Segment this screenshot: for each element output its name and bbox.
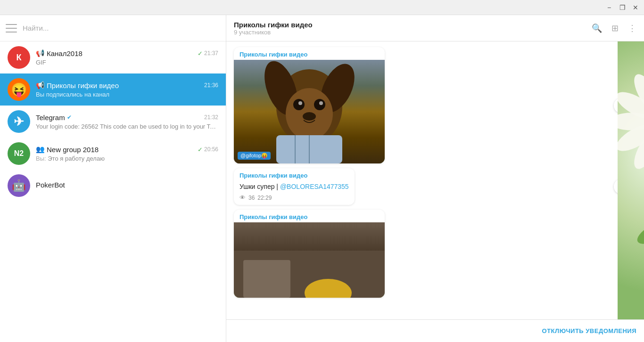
svg-point-8 <box>319 101 323 105</box>
chat-name-row: 📢 Приколы гифки видео 21:36 <box>36 81 218 90</box>
chat-header-subtitle: 9 участников <box>234 29 313 36</box>
message-link[interactable]: @BOLORESA1477355 <box>280 183 349 190</box>
svg-point-9 <box>303 112 316 121</box>
sidebar: К 📢 Канал2018 ✓ 21:37 GIF <box>0 15 226 342</box>
chat-item-kanal2018[interactable]: К 📢 Канал2018 ✓ 21:37 GIF <box>0 41 226 73</box>
chat-header-name: Приколы гифки видео <box>234 21 313 29</box>
chat-preview: Вы подписались на канал <box>36 91 218 98</box>
message-row: Приколы гифки видео <box>234 210 610 298</box>
chat-content: 👥 New group 2018 ✓ 20:56 Вы: Это я работ… <box>36 145 218 162</box>
app-container: К 📢 Канал2018 ✓ 21:37 GIF <box>0 15 644 342</box>
sidebar-header <box>0 15 226 41</box>
search-input[interactable] <box>23 24 220 32</box>
view-count: 36 <box>248 195 255 201</box>
message-card: Приколы гифки видео <box>234 47 385 163</box>
message-row: Приколы гифки видео <box>234 47 610 163</box>
megaphone-icon: 📢 <box>36 81 45 90</box>
chat-header-actions: 🔍 ⊞ ⋮ <box>592 23 636 33</box>
verified-icon: ✔ <box>67 114 72 121</box>
forward-button[interactable]: ↩ <box>614 98 618 113</box>
chat-content: 📢 Канал2018 ✓ 21:37 GIF <box>36 49 218 66</box>
chat-content: Telegram ✔ 21:32 Your login code: 26562 … <box>36 114 218 130</box>
chat-name: 👥 New group 2018 <box>36 145 99 154</box>
avatar: К <box>8 46 30 69</box>
close-button[interactable]: ✕ <box>631 3 640 12</box>
messages-decoration <box>618 41 644 319</box>
svg-point-6 <box>314 99 325 110</box>
chat-time: 21:36 <box>204 82 218 89</box>
chat-list: К 📢 Канал2018 ✓ 21:37 GIF <box>0 41 226 342</box>
group-icon: 👥 <box>36 145 45 154</box>
chat-name: 📢 Приколы гифки видео <box>36 81 119 90</box>
chat-name-row: 📢 Канал2018 ✓ 21:37 <box>36 49 218 57</box>
megaphone-icon: 📢 <box>36 49 45 57</box>
chat-bottom-bar: ОТКЛЮЧИТЬ УВЕДОМЛЕНИЯ <box>226 319 644 342</box>
hamburger-menu[interactable] <box>6 23 17 34</box>
checkmark-icon: ✓ <box>198 50 203 57</box>
chat-preview: Вы: Это я работу делаю <box>36 155 218 162</box>
chat-name: PokerBot <box>36 181 65 189</box>
columns-icon[interactable]: ⊞ <box>611 23 619 33</box>
message-card-bottom: Приколы гифки видео <box>234 210 385 298</box>
message-meta: 👁 36 22:29 <box>234 191 355 205</box>
title-bar: − ❐ ✕ <box>0 0 644 15</box>
svg-rect-15 <box>243 260 290 298</box>
maximize-button[interactable]: ❐ <box>618 3 627 12</box>
chat-item-newgroup[interactable]: N2 👥 New group 2018 ✓ 20:56 Вы: Это я <box>0 138 226 170</box>
eye-icon: 👁 <box>239 194 246 201</box>
chat-panel: Приколы гифки видео 9 участников 🔍 ⊞ ⋮ П… <box>226 15 644 342</box>
chat-header: Приколы гифки видео 9 участников 🔍 ⊞ ⋮ <box>226 15 644 41</box>
messages-left: Приколы гифки видео <box>226 41 618 319</box>
chat-item-pokerbot[interactable]: 🤖 PokerBot <box>0 170 226 202</box>
chat-content: 📢 Приколы гифки видео 21:36 Вы подписали… <box>36 81 218 98</box>
message-image: @gifotop😝 <box>234 60 385 163</box>
chat-time: 20:56 <box>204 146 218 153</box>
message-text: Ушки супер | @BOLORESA1477355 <box>234 181 355 191</box>
avatar: 😝 <box>8 78 30 101</box>
chat-header-info: Приколы гифки видео 9 участников <box>234 21 313 36</box>
message-image-bottom <box>234 222 385 298</box>
checkmark-icon: ✓ <box>198 146 203 153</box>
message-sender: Приколы гифки видео <box>234 168 355 181</box>
message-card: Приколы гифки видео Ушки супер | @BOLORE… <box>234 168 355 205</box>
chat-item-prikoly[interactable]: 😝 📢 Приколы гифки видео 21:36 Вы подписа… <box>0 73 226 106</box>
chat-name-row: Telegram ✔ 21:32 <box>36 114 218 122</box>
chat-name: Telegram ✔ <box>36 114 72 122</box>
messages-area: Приколы гифки видео <box>226 41 644 319</box>
chat-name-row: 👥 New group 2018 ✓ 20:56 <box>36 145 218 154</box>
message-row: Приколы гифки видео Ушки супер | @BOLORE… <box>234 168 610 205</box>
avatar: N2 <box>8 142 30 165</box>
message-sender: Приколы гифки видео <box>234 210 385 222</box>
chat-content: PokerBot <box>36 181 218 190</box>
svg-point-7 <box>298 101 302 105</box>
chat-name-row: PokerBot <box>36 181 218 189</box>
chat-time: 21:37 <box>204 50 218 57</box>
preview-prefix: Вы: <box>36 155 48 162</box>
chat-preview: Your login code: 26562 This code can be … <box>36 123 218 130</box>
minimize-button[interactable]: − <box>604 3 614 12</box>
chat-item-telegram[interactable]: ✈ Telegram ✔ 21:32 Your login code: 2656… <box>0 106 226 138</box>
chat-time-row: ✓ 20:56 <box>198 146 218 153</box>
message-time: 22:29 <box>257 195 272 201</box>
chat-time: 21:32 <box>204 114 218 121</box>
chat-preview: GIF <box>36 59 218 66</box>
svg-point-5 <box>293 99 305 110</box>
mute-button[interactable]: ОТКЛЮЧИТЬ УВЕДОМЛЕНИЯ <box>542 327 636 334</box>
search-icon[interactable]: 🔍 <box>592 23 602 33</box>
more-options-icon[interactable]: ⋮ <box>628 23 636 33</box>
avatar: ✈ <box>8 110 30 133</box>
gif-watermark: @gifotop😝 <box>238 152 271 160</box>
chat-name: 📢 Канал2018 <box>36 49 83 57</box>
message-sender: Приколы гифки видео <box>234 47 385 60</box>
forward-button[interactable]: ↩ <box>614 179 618 194</box>
chat-time-row: ✓ 21:37 <box>198 50 218 57</box>
avatar: 🤖 <box>8 174 30 197</box>
